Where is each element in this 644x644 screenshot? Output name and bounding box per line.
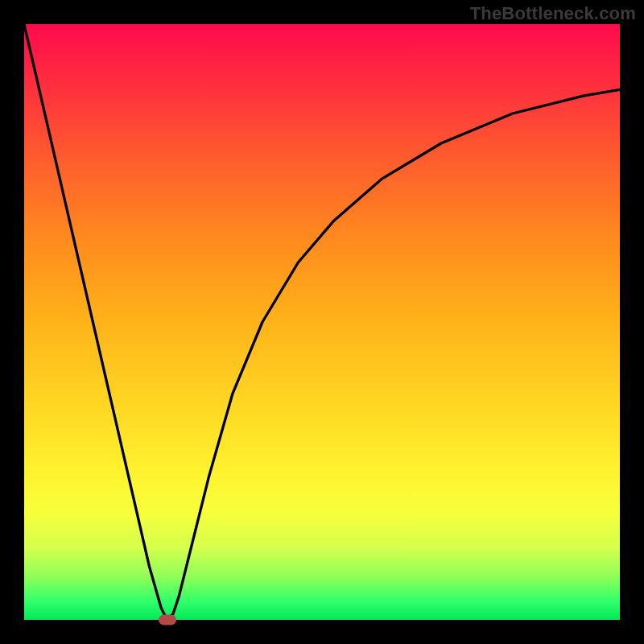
chart-frame: TheBottleneck.com [0,0,644,644]
bottleneck-curve [24,24,620,620]
plot-area [24,24,620,620]
curve-svg [24,24,620,620]
marker-dot [159,615,176,625]
watermark-text: TheBottleneck.com [470,3,636,24]
